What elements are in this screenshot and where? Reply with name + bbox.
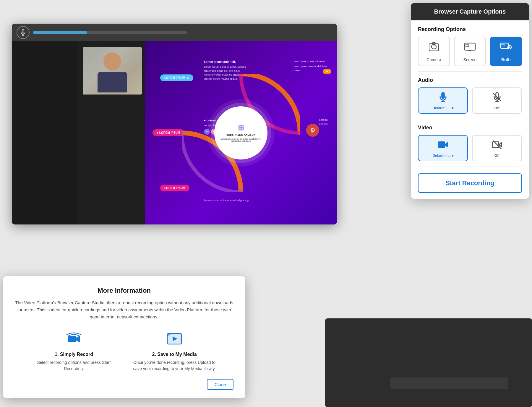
audio-off-option[interactable]: Off [472,87,522,114]
chevron-down-icon-2: ▾ [452,154,453,158]
svg-rect-19 [438,142,445,148]
microphone-on-icon [438,92,448,104]
video-options-group: Default - ... ▾ Off [418,135,522,161]
feature-simply-record-title: 1. Simply Record [55,352,93,357]
studio-window: ⊞ SUPPLY AND DEMAND Lorem ipsum dolor si… [12,24,337,224]
svg-rect-10 [502,44,504,46]
svg-rect-8 [466,44,469,47]
more-info-description: The Video Platform's Browser Capture Stu… [15,299,233,320]
modal-footer: Close [15,379,233,390]
start-recording-label: Start Recording [445,179,494,187]
info-right-text-2: Lorem i consec [319,118,328,126]
video-default-option[interactable]: Default - ... ▾ [418,135,468,161]
feature-2-title-text: Save to My Media [157,352,197,357]
screen-option-label: Screen [463,57,476,62]
webcam-preview [83,47,142,95]
orange-pill: ⊕ [323,69,331,74]
video-section-label: Video [418,125,522,131]
svg-point-3 [433,44,435,46]
both-option[interactable]: Both [490,37,522,66]
capture-panel-title: Browser Capture Options [434,8,506,15]
close-button[interactable]: Close [207,379,233,390]
center-text: SUPPLY AND DEMAND [223,134,259,137]
infographic-center: ⊞ SUPPLY AND DEMAND Lorem ipsum dolor si… [214,106,267,159]
capture-panel-body: Recording Options Camera [411,20,529,199]
audio-default-label: Default - ... ▾ [432,106,453,110]
microphone-off-icon [492,92,502,104]
feature-2-number: 2. [152,352,156,357]
bottom-toolbar [390,377,508,389]
video-default-text: Default - ... [432,154,450,158]
screen-option[interactable]: Screen [454,37,486,66]
feature-1-desc: Select recording options and press Start… [33,359,115,372]
video-off-label: Off [494,154,499,158]
background-dark-area [325,318,532,407]
video-off-option[interactable]: Off [472,135,522,161]
feature-1-title-text: Simply Record [60,352,93,357]
video-default-label: Default - ... ▾ [432,154,453,158]
svg-marker-24 [76,336,80,342]
capture-panel: Browser Capture Options Recording Option… [411,3,529,199]
chevron-down-icon: ▾ [452,106,453,110]
recording-options-label: Recording Options [418,26,522,32]
svg-rect-23 [68,336,76,342]
both-option-label: Both [501,57,511,62]
audio-default-text: Default - ... [432,106,450,110]
feature-1-number: 1. [55,352,59,357]
start-recording-button[interactable]: Start Recording [418,173,522,193]
audio-options-group: Default - ... ▾ Off [418,87,522,114]
divider-1 [418,71,522,72]
camera-option-icon [428,42,440,55]
divider-3 [418,167,522,167]
recording-options-group: Camera Screen [418,37,522,66]
more-info-title: More Information [15,287,233,294]
feature-2-desc: Once you're done recording, press Upload… [133,359,216,372]
camera-on-icon [438,140,448,152]
studio-main: ⊞ SUPPLY AND DEMAND Lorem ipsum dolor si… [77,41,337,224]
studio-toolbar [12,24,337,41]
screen-option-icon [464,42,476,55]
studio-content: ⊞ SUPPLY AND DEMAND Lorem ipsum dolor si… [12,41,337,224]
audio-off-label: Off [494,106,499,110]
feature-save-media-title: 2. Save to My Media [152,352,197,357]
more-info-modal: More Information The Video Platform's Br… [3,276,245,398]
infographic-area: ⊞ SUPPLY AND DEMAND Lorem ipsum dolor si… [145,41,337,224]
svg-point-12 [509,47,510,48]
gear-icon-circle: ⚙ [306,124,319,137]
camera-option-label: Camera [426,57,441,62]
divider-2 [418,119,522,119]
save-media-icon [166,329,183,349]
info-text-3: Lorem ipsum dolor sit amet adipiscing. [204,198,249,203]
audio-section-label: Audio [418,77,522,83]
capture-panel-header: Browser Capture Options [411,3,529,20]
close-button-label: Close [215,382,226,387]
audio-level-fill [33,31,87,34]
feature-save-media: 2. Save to My Media Once you're done rec… [133,329,216,372]
mic-icon [17,26,30,39]
camera-off-icon [492,140,502,152]
studio-left-panel [12,41,77,224]
camera-option[interactable]: Camera [418,37,450,66]
audio-default-option[interactable]: Default - ... ▾ [418,87,468,114]
modal-features-container: 1. Simply Record Select recording option… [15,329,233,372]
pill-lorem-2: ● LOREM IPSUM [153,129,184,136]
both-option-icon [500,42,512,55]
feature-simply-record: 1. Simply Record Select recording option… [33,329,115,372]
audio-level-bar [33,31,187,34]
record-icon [66,329,82,349]
